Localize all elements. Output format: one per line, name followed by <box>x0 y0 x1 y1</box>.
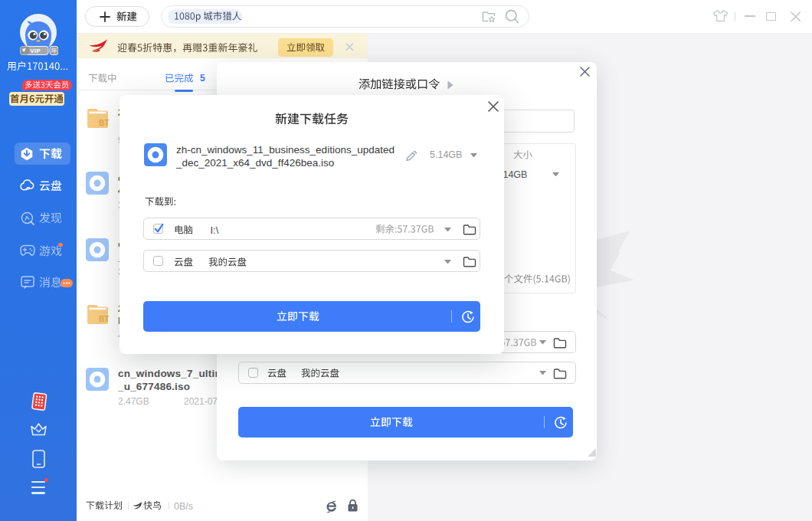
svg-text:BT: BT <box>99 119 109 127</box>
svg-text:VIP: VIP <box>31 48 41 54</box>
svg-text:BT: BT <box>99 314 109 323</box>
